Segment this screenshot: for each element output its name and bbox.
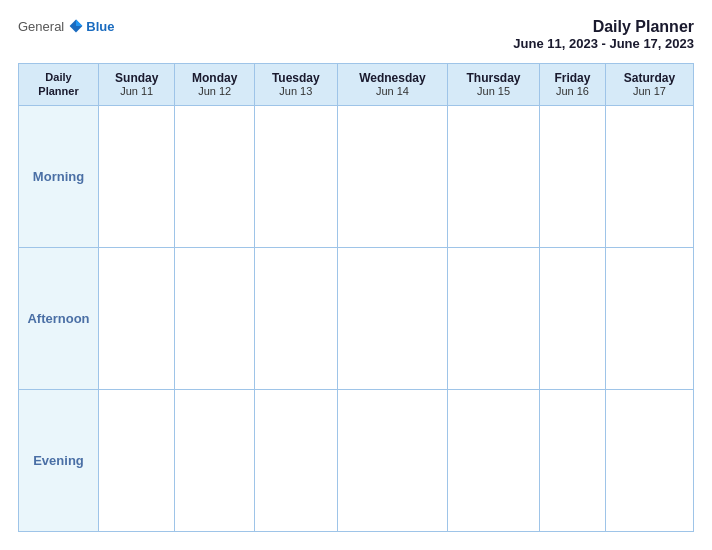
- evening-sunday[interactable]: [99, 389, 175, 531]
- th-wednesday: Wednesday Jun 14: [337, 64, 447, 106]
- morning-tuesday[interactable]: [254, 105, 337, 247]
- title-area: Daily Planner June 11, 2023 - June 17, 2…: [513, 18, 694, 51]
- wednesday-date: Jun 14: [342, 85, 443, 97]
- evening-thursday[interactable]: [448, 389, 540, 531]
- tuesday-date: Jun 13: [259, 85, 333, 97]
- header: General Blue Daily Planner June 11, 2023…: [18, 18, 694, 51]
- evening-friday[interactable]: [540, 389, 606, 531]
- afternoon-tuesday[interactable]: [254, 247, 337, 389]
- thursday-date: Jun 15: [452, 85, 535, 97]
- logo: General Blue: [18, 18, 114, 34]
- sunday-date: Jun 11: [103, 85, 170, 97]
- evening-saturday[interactable]: [605, 389, 693, 531]
- morning-row: Morning: [19, 105, 694, 247]
- monday-date: Jun 12: [179, 85, 249, 97]
- date-range: June 11, 2023 - June 17, 2023: [513, 36, 694, 51]
- friday-name: Friday: [544, 71, 601, 85]
- afternoon-row: Afternoon: [19, 247, 694, 389]
- monday-name: Monday: [179, 71, 249, 85]
- evening-row: Evening: [19, 389, 694, 531]
- sunday-name: Sunday: [103, 71, 170, 85]
- evening-label: Evening: [19, 389, 99, 531]
- logo-icon: [68, 18, 84, 34]
- afternoon-wednesday[interactable]: [337, 247, 447, 389]
- afternoon-monday[interactable]: [175, 247, 254, 389]
- afternoon-label: Afternoon: [19, 247, 99, 389]
- th-tuesday: Tuesday Jun 13: [254, 64, 337, 106]
- svg-marker-1: [76, 20, 82, 26]
- afternoon-friday[interactable]: [540, 247, 606, 389]
- planner-title: Daily Planner: [513, 18, 694, 36]
- morning-friday[interactable]: [540, 105, 606, 247]
- morning-sunday[interactable]: [99, 105, 175, 247]
- morning-saturday[interactable]: [605, 105, 693, 247]
- morning-label: Morning: [19, 105, 99, 247]
- morning-thursday[interactable]: [448, 105, 540, 247]
- header-row: DailyPlanner Sunday Jun 11 Monday Jun 12…: [19, 64, 694, 106]
- th-sunday: Sunday Jun 11: [99, 64, 175, 106]
- evening-tuesday[interactable]: [254, 389, 337, 531]
- evening-wednesday[interactable]: [337, 389, 447, 531]
- tuesday-name: Tuesday: [259, 71, 333, 85]
- th-label: DailyPlanner: [19, 64, 99, 106]
- afternoon-sunday[interactable]: [99, 247, 175, 389]
- logo-blue-text: Blue: [86, 19, 114, 34]
- morning-monday[interactable]: [175, 105, 254, 247]
- thursday-name: Thursday: [452, 71, 535, 85]
- th-thursday: Thursday Jun 15: [448, 64, 540, 106]
- wednesday-name: Wednesday: [342, 71, 443, 85]
- th-label-text: DailyPlanner: [38, 71, 78, 97]
- morning-wednesday[interactable]: [337, 105, 447, 247]
- afternoon-thursday[interactable]: [448, 247, 540, 389]
- evening-monday[interactable]: [175, 389, 254, 531]
- saturday-date: Jun 17: [610, 85, 689, 97]
- th-saturday: Saturday Jun 17: [605, 64, 693, 106]
- planner-table: DailyPlanner Sunday Jun 11 Monday Jun 12…: [18, 63, 694, 532]
- th-friday: Friday Jun 16: [540, 64, 606, 106]
- logo-general-text: General: [18, 19, 64, 34]
- saturday-name: Saturday: [610, 71, 689, 85]
- page: General Blue Daily Planner June 11, 2023…: [0, 0, 712, 550]
- afternoon-saturday[interactable]: [605, 247, 693, 389]
- logo-area: General Blue: [18, 18, 114, 34]
- th-monday: Monday Jun 12: [175, 64, 254, 106]
- friday-date: Jun 16: [544, 85, 601, 97]
